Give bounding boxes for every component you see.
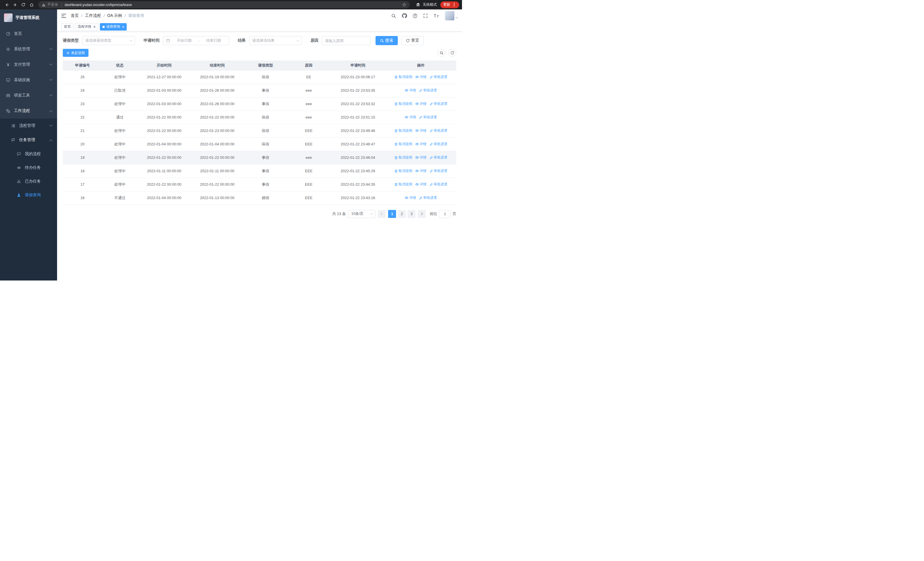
fullscreen-icon[interactable] — [423, 14, 428, 18]
table-row: 24已取消2022-01-03 00:00:002022-01-26 00:00… — [63, 84, 456, 97]
eye-icon — [405, 116, 408, 119]
actions-cell: 详情审批进度 — [386, 191, 456, 205]
sidebar-item-devtools[interactable]: 研发工具 — [0, 88, 57, 103]
eye-icon — [415, 75, 419, 79]
sidebar-toggle-button[interactable] — [62, 14, 66, 18]
edit-icon — [429, 143, 433, 146]
sidebar-item-system[interactable]: 系统管理 — [0, 41, 57, 57]
task-icon — [10, 138, 16, 142]
progress-action-link[interactable]: 审批进度 — [419, 88, 437, 93]
sidebar-item-process-mgmt[interactable]: 流程管理 — [0, 119, 57, 133]
tab-close-icon[interactable]: × — [122, 25, 124, 29]
progress-action-link[interactable]: 审批进度 — [429, 168, 447, 173]
create-leave-button[interactable]: 发起请假 — [63, 49, 88, 57]
page-button-2[interactable]: 2 — [398, 210, 406, 218]
search-button[interactable]: 搜索 — [375, 36, 398, 45]
result-select[interactable]: 请选择流结果 — [249, 36, 302, 45]
cancel-action-link[interactable]: 取消请假 — [394, 182, 412, 187]
progress-action-link[interactable]: 审批进度 — [429, 155, 447, 160]
apply-time-cell: 2022-01-22 23:51:15 — [330, 111, 386, 124]
goto-page-input[interactable] — [439, 210, 451, 218]
sidebar-item-infra[interactable]: 基础设施 — [0, 72, 57, 88]
column-header: 状态 — [102, 60, 138, 70]
logo[interactable]: 芋道管理系统 — [0, 9, 57, 26]
start-time-cell: 2022-01-22 00:00:00 — [138, 177, 190, 191]
infra-icon — [5, 78, 11, 82]
leave-type-cell: 事假 — [244, 97, 287, 111]
breadcrumb-item[interactable]: 工作流程 — [85, 13, 101, 18]
prev-page-button[interactable] — [378, 210, 386, 218]
toggle-search-button[interactable] — [438, 49, 446, 57]
refresh-table-button[interactable] — [448, 49, 456, 57]
cancel-action-link[interactable]: 取消请假 — [394, 142, 412, 146]
user-menu[interactable] — [445, 11, 458, 21]
table-row: 25处理中2021-12-27 00:00:002022-01-19 00:00… — [63, 70, 456, 84]
forward-icon[interactable] — [11, 1, 19, 9]
apply-time-cell: 2022-01-22 23:45:29 — [330, 164, 386, 177]
table-row: 18处理中2022-01-11 00:00:002022-01-11 00:00… — [63, 164, 456, 177]
home-icon[interactable] — [28, 1, 35, 9]
search-icon[interactable] — [391, 14, 396, 18]
bookmark-star-icon[interactable] — [402, 3, 406, 7]
progress-action-link[interactable]: 审批进度 — [419, 115, 437, 120]
detail-action-link[interactable]: 详情 — [415, 168, 427, 173]
cancel-action-link[interactable]: 取消请假 — [394, 128, 412, 133]
detail-action-link[interactable]: 详情 — [415, 101, 427, 106]
apply-time-range-picker[interactable]: 开始日期 - 结束日期 — [163, 36, 229, 45]
detail-action-link[interactable]: 详情 — [415, 155, 427, 160]
cancel-action-link[interactable]: 取消请假 — [394, 155, 412, 160]
tab-process-detail[interactable]: 流程详情× — [75, 23, 98, 30]
detail-action-link[interactable]: 详情 — [415, 75, 427, 80]
sidebar-item-my-process[interactable]: 我的流程 — [0, 147, 57, 161]
menu-item-label: 研发工具 — [14, 93, 30, 98]
sidebar-item-workflow[interactable]: 工作流程 — [0, 103, 57, 119]
progress-action-link[interactable]: 审批进度 — [429, 182, 447, 187]
progress-action-link[interactable]: 审批进度 — [419, 196, 437, 200]
tab-home[interactable]: 首页 — [62, 23, 74, 30]
help-icon[interactable] — [412, 14, 417, 18]
cancel-action-link[interactable]: 取消请假 — [394, 168, 412, 173]
cancel-action-link[interactable]: 取消请假 — [394, 75, 412, 80]
back-icon[interactable] — [3, 1, 10, 9]
warning-icon — [42, 3, 46, 7]
tab-close-icon[interactable]: × — [93, 25, 96, 29]
table-body: 25处理中2021-12-27 00:00:002022-01-19 00:00… — [63, 70, 456, 205]
page-button-1[interactable]: 1 — [388, 210, 396, 218]
progress-action-link[interactable]: 审批进度 — [429, 128, 447, 133]
reload-icon[interactable] — [20, 1, 27, 9]
detail-action-link[interactable]: 详情 — [405, 88, 416, 93]
detail-action-link[interactable]: 详情 — [415, 128, 427, 133]
font-size-icon[interactable] — [434, 14, 439, 18]
progress-action-link[interactable]: 审批进度 — [429, 75, 447, 80]
goto-label: 前往 — [430, 211, 437, 217]
sidebar-item-payment[interactable]: 支付管理 — [0, 57, 57, 72]
sidebar-item-task-mgmt[interactable]: 任务管理 — [0, 133, 57, 147]
detail-action-link[interactable]: 详情 — [405, 196, 416, 200]
breadcrumb-item[interactable]: 首页 — [71, 13, 79, 18]
sidebar-item-todo-task[interactable]: 待办任务 — [0, 161, 57, 174]
sidebar-item-leave-query[interactable]: 请假查询 — [0, 188, 57, 202]
detail-action-link[interactable]: 详情 — [415, 142, 427, 146]
update-button[interactable]: 更新 — [440, 2, 459, 8]
breadcrumb-item[interactable]: OA 示例 — [107, 13, 122, 18]
reset-button[interactable]: 重置 — [401, 36, 424, 45]
app-header: 首页/工作流程/OA 示例/请假查询 — [57, 9, 462, 22]
progress-action-link[interactable]: 审批进度 — [429, 101, 447, 106]
page-size-select[interactable]: 10条/页 — [348, 210, 375, 218]
address-bar[interactable]: 不安全 dashboard.yudao.iocoder.cn/bpm/oa/le… — [38, 1, 410, 8]
tab-leave-query[interactable]: 请假查询× — [100, 23, 127, 30]
end-time-cell: 2022-01-11 00:00:00 — [190, 164, 244, 177]
progress-action-link[interactable]: 审批进度 — [429, 142, 447, 146]
next-page-button[interactable] — [418, 210, 426, 218]
reason-input[interactable] — [322, 36, 370, 45]
sidebar-item-home[interactable]: 首页 — [0, 26, 57, 41]
reason-cell: eee — [287, 84, 330, 97]
cancel-action-link[interactable]: 取消请假 — [394, 101, 412, 106]
github-icon[interactable] — [402, 13, 407, 18]
page-button-3[interactable]: 3 — [408, 210, 416, 218]
detail-action-link[interactable]: 详情 — [415, 182, 427, 187]
sidebar-item-done-task[interactable]: 已办任务 — [0, 174, 57, 188]
detail-action-link[interactable]: 详情 — [405, 115, 416, 120]
menu-dots-icon[interactable] — [452, 3, 456, 7]
leave-type-select[interactable]: 请选择请假类型 — [82, 36, 135, 45]
